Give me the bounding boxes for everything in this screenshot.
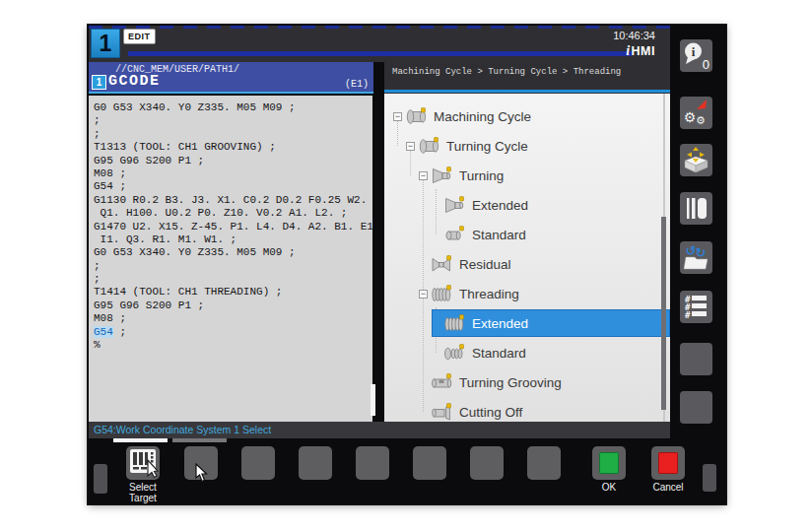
softkey-page-right-button[interactable] (703, 464, 716, 492)
select-target-button[interactable] (126, 446, 160, 480)
gcode-line: T1414 (TOOL: CH1 THREADING) ; (94, 286, 372, 299)
svg-text:#: # (685, 310, 691, 320)
machining-setup-button[interactable]: ⚙ ⚙ (680, 97, 712, 129)
tree-collapse-toggle[interactable]: − (393, 112, 402, 121)
tree-collapse-toggle[interactable]: − (406, 142, 415, 151)
clock: 10:46:34 (613, 30, 655, 41)
tree-item-extended[interactable]: Extended (384, 308, 670, 338)
mouse-cursor (195, 463, 209, 487)
tree-item-cutting-off[interactable]: Cutting Off (384, 397, 670, 422)
tree-collapse-toggle[interactable]: − (419, 290, 428, 299)
tree-item-machining-cycle[interactable]: −Machining Cycle (384, 101, 670, 131)
cone-tool-icon (431, 165, 454, 186)
channel-badge: 1 (92, 75, 106, 90)
tree-item-standard[interactable]: Standard (384, 338, 670, 367)
gcode-line: ; (94, 273, 372, 286)
gcode-line: ; (94, 260, 372, 273)
softkey-button-empty[interactable] (299, 446, 332, 480)
tree-item-label: Turning Grooving (459, 375, 562, 390)
gcode-line: I1. Q3. R1. M1. W1. ; (94, 233, 372, 246)
editor-scrollbar-thumb[interactable] (371, 384, 375, 416)
gcode-line: G1470 U2. X15. Z-45. P1. L4. D4. A2. B1.… (94, 221, 372, 233)
softkey-page-left-button[interactable] (94, 464, 107, 494)
gcode-line: ; (94, 114, 372, 127)
svg-text:⚙: ⚙ (696, 114, 706, 127)
tree-item-label: Turning Cycle (446, 139, 528, 154)
tree-item-standard[interactable]: Standard (384, 220, 670, 249)
tree-item-turning-cycle[interactable]: −Turning Cycle (384, 131, 670, 161)
workpiece-setup-button[interactable] (680, 144, 712, 176)
gcode-line: T1313 (TOOL: CH1 GROOVING) ; (94, 141, 372, 154)
program-name: GCODE (108, 73, 161, 90)
tree-item-extended[interactable]: Extended (384, 190, 670, 220)
gcode-line: Q1. H100. U0.2 P0. Z10. V0.2 A1. L2. ; (94, 207, 372, 220)
cancel-red-icon (658, 452, 678, 474)
tree-item-label: Extended (472, 198, 528, 213)
program-header: //CNC_MEM/USER/PATH1/ 1 GCODE (E1) (89, 62, 373, 94)
gcode-line: G95 G96 S200 P1 ; (94, 155, 372, 167)
tree-item-label: Standard (472, 228, 526, 242)
softkey-page-indicator (172, 438, 227, 442)
tree-item-label: Residual (459, 257, 511, 272)
numbered-list-icon: # # # (680, 291, 712, 323)
gcode-line: G0 G53 X340. Y0 Z335. M05 M09 ; (94, 101, 372, 114)
cancel-button[interactable] (651, 446, 685, 480)
softkey-button-empty[interactable] (470, 446, 504, 480)
tree-collapse-toggle[interactable]: − (419, 171, 428, 180)
softkey-button-empty[interactable] (356, 446, 389, 480)
tree-item-turning[interactable]: −Turning (384, 161, 670, 190)
breadcrumb: Machining Cycle > Turning Cycle > Thread… (392, 67, 621, 77)
file-edit-button[interactable]: ↺ ↻ (680, 241, 712, 274)
ok-label: OK (585, 482, 633, 493)
coil2-tool-icon (443, 342, 467, 364)
gcode-line: M08 ; (94, 312, 372, 325)
sidebar-button-empty[interactable] (680, 391, 712, 424)
info-count: 0 (703, 57, 709, 72)
screen-number-tab[interactable]: 1 (91, 29, 120, 58)
gcode-line: ; (94, 128, 372, 141)
gcode-line: G1130 R0.2 B3. J3. X1. C0.2 D0.2 F0.25 W… (94, 194, 372, 207)
edit-tag: (E1) (345, 79, 369, 90)
softkey-button-empty[interactable] (527, 446, 561, 480)
sidebar-button-empty[interactable] (680, 343, 712, 375)
ok-button[interactable] (592, 446, 626, 480)
tools-icon (680, 192, 712, 225)
info-message-button[interactable]: i 0 (680, 39, 712, 72)
tree-scrollbar-thumb[interactable] (661, 217, 666, 410)
gcode-line: G54 ; (94, 326, 372, 339)
cycle-panel-underline (384, 90, 670, 93)
tree-item-residual[interactable]: Residual (384, 249, 670, 279)
gcode-line: G95 G96 S200 P1 ; (94, 299, 372, 312)
cylinder-tool-icon (443, 224, 467, 245)
ihmi-logo: iHMI (626, 43, 655, 59)
gcode-cursor-highlight: G54 (94, 326, 113, 338)
gcode-editor[interactable]: G0 G53 X340. Y0 Z335. M05 M09 ;;;T1313 (… (89, 96, 372, 422)
svg-text:⚙: ⚙ (684, 109, 697, 125)
svg-text:↻: ↻ (696, 245, 707, 260)
gcode-text: G0 G53 X340. Y0 Z335. M05 M09 ;;;T1313 (… (89, 96, 372, 352)
program-list-button[interactable]: # # # (680, 291, 712, 323)
softkey-button-empty[interactable] (241, 446, 275, 480)
softkey-button-empty[interactable] (413, 446, 446, 480)
title-bar-dashed-line (89, 26, 670, 29)
tree-item-label: Machining Cycle (434, 109, 531, 124)
cycle-tree: −Machining Cycle−Turning Cycle−TurningEx… (384, 101, 670, 422)
title-bar: 1 EDIT 10:46:34 iHMI (89, 26, 670, 62)
select-target-icon (126, 466, 160, 483)
gears-alert-icon: ⚙ ⚙ (680, 97, 712, 129)
groove-tool-icon (431, 371, 454, 393)
cone-tool-icon (443, 194, 467, 216)
tree-item-label: Threading (459, 287, 519, 301)
tree-item-label: Extended (472, 316, 528, 331)
folder-sync-icon: ↺ ↻ (680, 241, 712, 274)
cancel-label: Cancel (641, 482, 696, 493)
tree-item-label: Cutting Off (459, 405, 522, 420)
coil-tool-icon (443, 312, 467, 334)
tree-item-label: Standard (472, 346, 526, 361)
spool-tool-icon (418, 135, 441, 157)
cycle-tree-panel: −Machining Cycle−Turning Cycle−TurningEx… (384, 94, 670, 422)
tree-item-turning-grooving[interactable]: Turning Grooving (384, 367, 670, 397)
tree-item-threading[interactable]: −Threading (384, 279, 670, 308)
tool-manager-button[interactable] (680, 192, 712, 225)
status-bar: G54:Work Coordinate System 1 Select (89, 422, 670, 438)
